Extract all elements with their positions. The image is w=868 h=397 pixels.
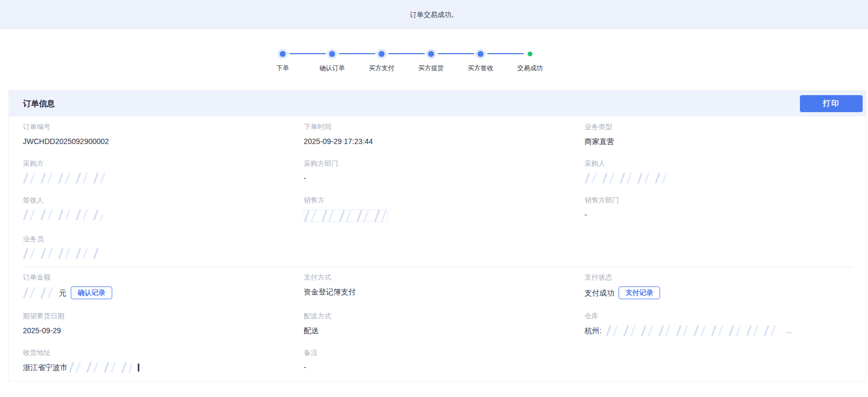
field-label: 期望要货日期 xyxy=(23,312,293,320)
field-value: - xyxy=(304,362,574,373)
field-order-time: 下单时间 2025-09-29 17:23:44 xyxy=(304,117,585,154)
field-payment-method: 支付方式 资金登记簿支付 xyxy=(304,268,585,307)
clipped-text-fragment xyxy=(138,364,139,371)
field-value: 杭州: ... xyxy=(585,325,841,336)
field-label: 业务类型 xyxy=(585,123,841,131)
order-info-panel-header: 订单信息 打印 xyxy=(9,91,866,116)
redacted-value xyxy=(585,173,670,183)
payment-record-button[interactable]: 支付记录 xyxy=(619,286,660,299)
field-order-amount: 订单金额 元 确认记录 xyxy=(23,268,304,307)
field-value xyxy=(585,173,841,183)
step-place-order: 下单 xyxy=(258,50,307,73)
field-label: 仓库 xyxy=(585,312,841,320)
field-value: 资金登记簿支付 xyxy=(304,286,574,297)
field-row: 收货地址 浙江省宁波市 备注 - xyxy=(23,343,852,380)
field-row: 订单金额 元 确认记录 支付方式 资金登记簿支付 支付状态 支付成功 支付记录 xyxy=(23,268,852,307)
field-purchaser-dept: 采购方部门 - xyxy=(304,154,585,191)
field-label: 支付状态 xyxy=(585,273,841,281)
field-label: 支付方式 xyxy=(304,273,574,281)
step-buyer-sign: 买方签收 xyxy=(456,50,505,73)
field-label: 配送方式 xyxy=(304,312,574,320)
step-dot-success-icon xyxy=(528,52,532,56)
field-value: - xyxy=(304,173,574,183)
field-row: 订单编号 JWCHDD2025092900002 下单时间 2025-09-29… xyxy=(23,117,852,154)
field-value: JWCHDD2025092900002 xyxy=(23,136,293,147)
field-value: 配送 xyxy=(304,325,574,336)
field-salesman: 业务员 xyxy=(23,230,304,266)
section-divider xyxy=(23,267,852,267)
order-progress-stepper: 下单 确认订单 买方支付 买方提货 买方签收 交易成功 xyxy=(0,50,840,73)
redacted-value xyxy=(69,362,132,373)
field-business-type: 业务类型 商家直营 xyxy=(585,117,852,154)
step-dot-icon xyxy=(329,51,335,57)
step-confirm-order: 确认订单 xyxy=(307,50,357,73)
redacted-amount xyxy=(23,288,55,298)
field-signee: 签收人 xyxy=(23,191,304,230)
order-detail-page: 订单交易成功。 下单 确认订单 买方支付 买方提货 买方签收 xyxy=(0,0,868,397)
field-order-no: 订单编号 JWCHDD2025092900002 xyxy=(23,117,304,154)
step-dot-icon xyxy=(428,51,434,57)
field-payment-status: 支付状态 支付成功 支付记录 xyxy=(585,268,852,307)
status-banner: 订单交易成功。 xyxy=(0,0,868,29)
step-dot-icon xyxy=(379,51,385,57)
print-button[interactable]: 打印 xyxy=(800,95,863,112)
field-value xyxy=(23,209,293,220)
status-banner-message: 订单交易成功。 xyxy=(410,10,458,20)
step-label: 确认订单 xyxy=(320,64,345,73)
amount-unit: 元 xyxy=(59,288,66,298)
field-purchaser: 采购方 xyxy=(23,154,304,191)
field-delivery-method: 配送方式 配送 xyxy=(304,307,585,343)
field-label: 采购方部门 xyxy=(304,159,574,167)
step-label: 下单 xyxy=(277,64,289,73)
field-label: 签收人 xyxy=(23,196,293,204)
field-label: 订单编号 xyxy=(23,123,293,131)
field-value: - xyxy=(585,209,841,220)
field-value: 2025-09-29 xyxy=(23,325,293,336)
field-label: 采购方 xyxy=(23,159,293,167)
step-transaction-success: 交易成功 xyxy=(505,50,555,73)
warehouse-expand-ellipsis[interactable]: ... xyxy=(786,325,792,336)
field-label: 销售方 xyxy=(304,196,574,204)
redacted-value xyxy=(304,209,388,222)
step-label: 买方提货 xyxy=(419,64,444,73)
order-info-panel: 订单信息 打印 订单编号 JWCHDD2025092900002 下单时间 20… xyxy=(9,90,866,382)
confirm-record-button[interactable]: 确认记录 xyxy=(71,286,112,299)
field-label: 销售方部门 xyxy=(585,196,841,204)
field-remark: 备注 - xyxy=(304,343,585,380)
field-label: 订单金额 xyxy=(23,273,293,281)
step-label: 交易成功 xyxy=(518,64,543,73)
warehouse-prefix: 杭州: xyxy=(585,325,602,336)
step-dot-icon xyxy=(478,51,483,57)
field-shipping-address: 收货地址 浙江省宁波市 xyxy=(23,343,304,380)
address-prefix: 浙江省宁波市 xyxy=(23,362,68,373)
field-label: 采购人 xyxy=(585,159,841,167)
field-seller: 销售方 xyxy=(304,191,585,230)
step-label: 买方签收 xyxy=(468,64,494,73)
redacted-value xyxy=(606,325,781,336)
field-label: 收货地址 xyxy=(23,349,293,357)
redacted-value xyxy=(23,248,100,259)
step-dot-icon xyxy=(280,51,286,57)
field-value: 浙江省宁波市 xyxy=(23,362,293,373)
step-buyer-payment: 买方支付 xyxy=(357,50,406,73)
field-row: 期望要货日期 2025-09-29 配送方式 配送 仓库 杭州: ... xyxy=(23,307,852,343)
field-value xyxy=(23,248,293,259)
field-seller-dept: 销售方部门 - xyxy=(585,191,852,230)
field-warehouse: 仓库 杭州: ... xyxy=(585,307,852,343)
redacted-value xyxy=(23,209,103,220)
field-value: 元 确认记录 xyxy=(23,286,293,299)
field-expected-date: 期望要货日期 2025-09-29 xyxy=(23,307,304,343)
panel-title: 订单信息 xyxy=(23,99,55,109)
step-label: 买方支付 xyxy=(369,64,395,73)
field-label: 备注 xyxy=(304,349,574,357)
field-value xyxy=(23,173,293,183)
field-purchase-agent: 采购人 xyxy=(585,154,852,191)
field-value: 支付成功 支付记录 xyxy=(585,286,841,299)
field-row: 签收人 销售方 销售方部门 - xyxy=(23,191,852,230)
field-value xyxy=(304,209,574,222)
field-label: 业务员 xyxy=(23,235,293,243)
field-label: 下单时间 xyxy=(304,123,574,131)
field-row: 业务员 xyxy=(23,230,852,266)
step-buyer-pickup: 买方提货 xyxy=(406,50,456,73)
payment-status-text: 支付成功 xyxy=(585,288,614,298)
